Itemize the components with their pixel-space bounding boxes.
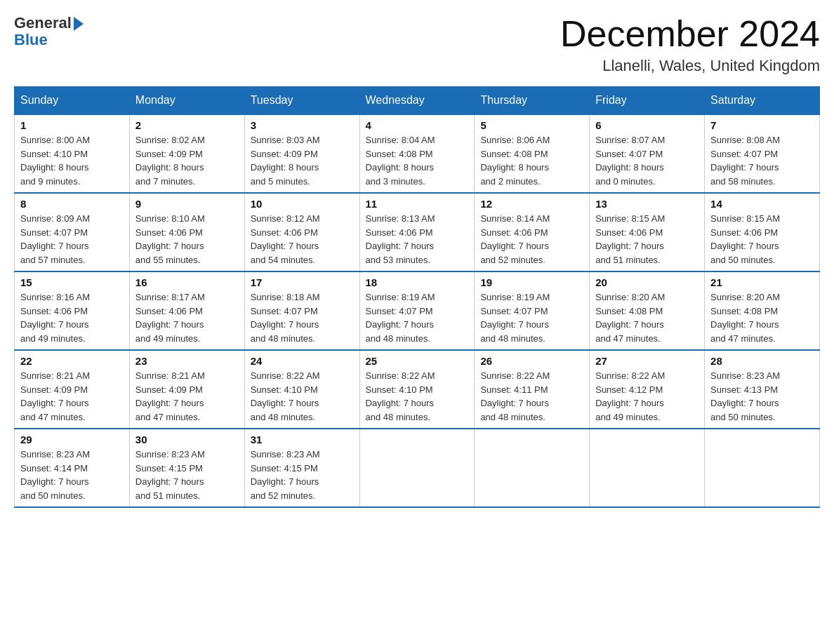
table-row: 5Sunrise: 8:06 AM Sunset: 4:08 PM Daylig… (475, 114, 590, 193)
table-row: 27Sunrise: 8:22 AM Sunset: 4:12 PM Dayli… (590, 350, 705, 429)
day-number: 1 (20, 119, 124, 131)
table-row: 2Sunrise: 8:02 AM Sunset: 4:09 PM Daylig… (129, 114, 244, 193)
header-sunday: Sunday (15, 87, 130, 115)
day-number: 22 (20, 355, 124, 367)
logo-blue-text: Blue (14, 31, 48, 49)
day-number: 23 (135, 355, 239, 367)
logo-triangle-icon (74, 17, 84, 31)
day-number: 27 (595, 355, 699, 367)
logo: General Blue (14, 14, 84, 49)
calendar-week-row: 22Sunrise: 8:21 AM Sunset: 4:09 PM Dayli… (15, 350, 820, 429)
calendar-week-row: 15Sunrise: 8:16 AM Sunset: 4:06 PM Dayli… (15, 271, 820, 350)
day-info: Sunrise: 8:02 AM Sunset: 4:09 PM Dayligh… (135, 133, 239, 188)
day-info: Sunrise: 8:22 AM Sunset: 4:10 PM Dayligh… (251, 369, 354, 424)
day-number: 15 (20, 276, 124, 288)
table-row: 26Sunrise: 8:22 AM Sunset: 4:11 PM Dayli… (475, 350, 590, 429)
day-info: Sunrise: 8:18 AM Sunset: 4:07 PM Dayligh… (251, 290, 354, 345)
day-info: Sunrise: 8:07 AM Sunset: 4:07 PM Dayligh… (595, 133, 699, 188)
table-row: 7Sunrise: 8:08 AM Sunset: 4:07 PM Daylig… (705, 114, 820, 193)
day-info: Sunrise: 8:13 AM Sunset: 4:06 PM Dayligh… (366, 212, 469, 267)
table-row: 3Sunrise: 8:03 AM Sunset: 4:09 PM Daylig… (244, 114, 359, 193)
page-header: General Blue December 2024 Llanelli, Wal… (14, 14, 820, 75)
day-info: Sunrise: 8:14 AM Sunset: 4:06 PM Dayligh… (480, 212, 583, 267)
table-row (590, 429, 705, 507)
day-info: Sunrise: 8:15 AM Sunset: 4:06 PM Dayligh… (595, 212, 699, 267)
day-info: Sunrise: 8:08 AM Sunset: 4:07 PM Dayligh… (710, 133, 814, 188)
day-number: 12 (480, 198, 583, 210)
day-number: 29 (20, 434, 124, 445)
day-number: 18 (366, 276, 469, 288)
table-row: 11Sunrise: 8:13 AM Sunset: 4:06 PM Dayli… (359, 193, 475, 271)
calendar-week-row: 29Sunrise: 8:23 AM Sunset: 4:14 PM Dayli… (15, 429, 820, 507)
day-number: 2 (135, 119, 239, 131)
day-info: Sunrise: 8:15 AM Sunset: 4:06 PM Dayligh… (710, 212, 814, 267)
header-thursday: Thursday (475, 87, 590, 115)
day-info: Sunrise: 8:06 AM Sunset: 4:08 PM Dayligh… (480, 133, 583, 188)
day-info: Sunrise: 8:12 AM Sunset: 4:06 PM Dayligh… (251, 212, 354, 267)
day-number: 30 (135, 434, 239, 445)
day-number: 8 (20, 198, 124, 210)
header-friday: Friday (590, 87, 705, 115)
calendar-week-row: 8Sunrise: 8:09 AM Sunset: 4:07 PM Daylig… (15, 193, 820, 271)
day-number: 11 (366, 198, 469, 210)
day-info: Sunrise: 8:00 AM Sunset: 4:10 PM Dayligh… (20, 133, 124, 188)
day-info: Sunrise: 8:20 AM Sunset: 4:08 PM Dayligh… (710, 290, 814, 345)
day-number: 26 (480, 355, 583, 367)
day-number: 14 (710, 198, 814, 210)
day-number: 24 (251, 355, 354, 367)
day-number: 31 (251, 434, 354, 445)
table-row: 10Sunrise: 8:12 AM Sunset: 4:06 PM Dayli… (244, 193, 359, 271)
day-info: Sunrise: 8:23 AM Sunset: 4:15 PM Dayligh… (251, 448, 354, 502)
day-number: 5 (480, 119, 583, 131)
day-info: Sunrise: 8:19 AM Sunset: 4:07 PM Dayligh… (480, 290, 583, 345)
table-row: 15Sunrise: 8:16 AM Sunset: 4:06 PM Dayli… (15, 271, 130, 350)
day-number: 20 (595, 276, 699, 288)
table-row: 8Sunrise: 8:09 AM Sunset: 4:07 PM Daylig… (15, 193, 130, 271)
day-info: Sunrise: 8:20 AM Sunset: 4:08 PM Dayligh… (595, 290, 699, 345)
day-info: Sunrise: 8:23 AM Sunset: 4:14 PM Dayligh… (20, 448, 124, 502)
day-number: 3 (251, 119, 354, 131)
day-info: Sunrise: 8:21 AM Sunset: 4:09 PM Dayligh… (135, 369, 239, 424)
day-info: Sunrise: 8:22 AM Sunset: 4:12 PM Dayligh… (595, 369, 699, 424)
table-row: 20Sunrise: 8:20 AM Sunset: 4:08 PM Dayli… (590, 271, 705, 350)
day-info: Sunrise: 8:09 AM Sunset: 4:07 PM Dayligh… (20, 212, 124, 267)
header-monday: Monday (129, 87, 244, 115)
calendar-week-row: 1Sunrise: 8:00 AM Sunset: 4:10 PM Daylig… (15, 114, 820, 193)
table-row: 23Sunrise: 8:21 AM Sunset: 4:09 PM Dayli… (129, 350, 244, 429)
day-number: 17 (251, 276, 354, 288)
day-info: Sunrise: 8:23 AM Sunset: 4:13 PM Dayligh… (710, 369, 814, 424)
header-wednesday: Wednesday (359, 87, 475, 115)
day-number: 21 (710, 276, 814, 288)
table-row: 30Sunrise: 8:23 AM Sunset: 4:15 PM Dayli… (129, 429, 244, 507)
day-number: 28 (710, 355, 814, 367)
table-row: 13Sunrise: 8:15 AM Sunset: 4:06 PM Dayli… (590, 193, 705, 271)
day-number: 7 (710, 119, 814, 131)
table-row: 14Sunrise: 8:15 AM Sunset: 4:06 PM Dayli… (705, 193, 820, 271)
table-row: 25Sunrise: 8:22 AM Sunset: 4:10 PM Dayli… (359, 350, 475, 429)
table-row: 1Sunrise: 8:00 AM Sunset: 4:10 PM Daylig… (15, 114, 130, 193)
day-number: 19 (480, 276, 583, 288)
table-row: 31Sunrise: 8:23 AM Sunset: 4:15 PM Dayli… (244, 429, 359, 507)
table-row: 22Sunrise: 8:21 AM Sunset: 4:09 PM Dayli… (15, 350, 130, 429)
day-info: Sunrise: 8:21 AM Sunset: 4:09 PM Dayligh… (20, 369, 124, 424)
day-number: 6 (595, 119, 699, 131)
day-number: 4 (366, 119, 469, 131)
table-row: 21Sunrise: 8:20 AM Sunset: 4:08 PM Dayli… (705, 271, 820, 350)
day-info: Sunrise: 8:23 AM Sunset: 4:15 PM Dayligh… (135, 448, 239, 502)
table-row: 6Sunrise: 8:07 AM Sunset: 4:07 PM Daylig… (590, 114, 705, 193)
table-row: 12Sunrise: 8:14 AM Sunset: 4:06 PM Dayli… (475, 193, 590, 271)
location-title: Llanelli, Wales, United Kingdom (560, 57, 820, 75)
day-number: 10 (251, 198, 354, 210)
table-row: 4Sunrise: 8:04 AM Sunset: 4:08 PM Daylig… (359, 114, 475, 193)
day-info: Sunrise: 8:10 AM Sunset: 4:06 PM Dayligh… (135, 212, 239, 267)
calendar-table: Sunday Monday Tuesday Wednesday Thursday… (14, 86, 820, 508)
header-saturday: Saturday (705, 87, 820, 115)
day-info: Sunrise: 8:04 AM Sunset: 4:08 PM Dayligh… (366, 133, 469, 188)
day-number: 13 (595, 198, 699, 210)
table-row (359, 429, 475, 507)
table-row: 18Sunrise: 8:19 AM Sunset: 4:07 PM Dayli… (359, 271, 475, 350)
table-row (705, 429, 820, 507)
header-tuesday: Tuesday (244, 87, 359, 115)
day-number: 9 (135, 198, 239, 210)
day-info: Sunrise: 8:16 AM Sunset: 4:06 PM Dayligh… (20, 290, 124, 345)
